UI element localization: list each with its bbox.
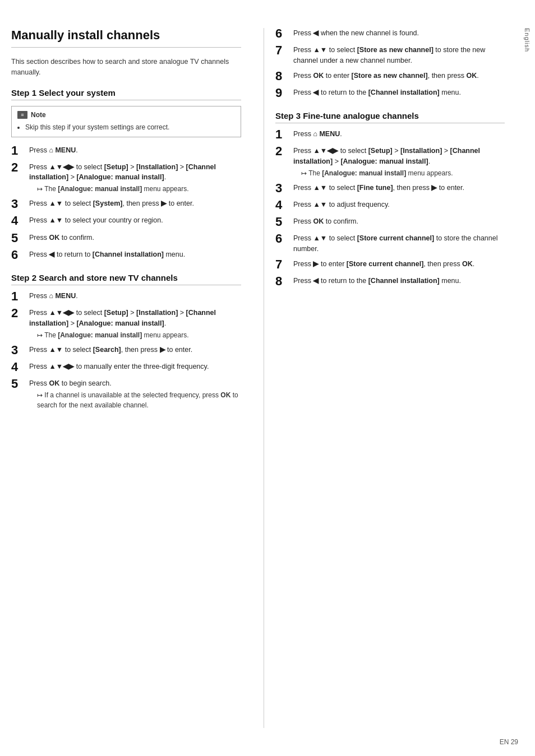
step2-text-3: Press ▲▼ to select [Search], then press … bbox=[29, 345, 241, 355]
step3-text-3: Press ▲▼ to select [Fine tune], then pre… bbox=[293, 183, 505, 193]
step2-num-2: 2 bbox=[11, 307, 29, 320]
step1-text-3: Press ▲▼ to select [System], then press … bbox=[29, 198, 241, 209]
step2-item-2: 2 Press ▲▼◀▶ to select [Setup] > [Instal… bbox=[11, 308, 241, 340]
note-box: ≡ Note Skip this step if your system set… bbox=[11, 106, 241, 137]
step2c-num-6: 6 bbox=[275, 27, 293, 40]
step3-num-7: 7 bbox=[275, 258, 293, 271]
step2c-num-8: 8 bbox=[275, 69, 293, 83]
step3-text-6: Press ▲▼ to select [Store current channe… bbox=[293, 233, 505, 254]
step2-item-4: 4 Press ▲▼◀▶ to manually enter the three… bbox=[11, 361, 241, 374]
step2-header: Step 2 Search and store new TV channels bbox=[11, 273, 241, 285]
step2c-text-7: Press ▲▼ to select [Store as new channel… bbox=[293, 45, 505, 66]
step2-continued-list: 6 Press ◀ when the new channel is found.… bbox=[275, 28, 505, 100]
step3-steps-list: 1 Press ⌂ MENU. 2 Press ▲▼◀▶ to select [… bbox=[275, 129, 505, 288]
step1-section: Step 1 Select your system ≡ Note Skip th… bbox=[11, 88, 241, 262]
step3-item-6: 6 Press ▲▼ to select [Store current chan… bbox=[275, 233, 505, 254]
step2-text-1: Press ⌂ MENU. bbox=[29, 291, 241, 302]
step1-text-6: Press ◀ to return to [Channel installati… bbox=[29, 249, 241, 260]
step2-continued-section: 6 Press ◀ when the new channel is found.… bbox=[275, 28, 505, 100]
step2c-item-9: 9 Press ◀ to return to the [Channel inst… bbox=[275, 87, 505, 100]
step3-section: Step 3 Fine-tune analogue channels 1 Pre… bbox=[275, 111, 505, 288]
intro-text: This section describes how to search and… bbox=[11, 57, 241, 78]
step3-item-1: 1 Press ⌂ MENU. bbox=[275, 129, 505, 141]
step2-text-2: Press ▲▼◀▶ to select [Setup] > [Installa… bbox=[29, 308, 241, 340]
step2-num-1: 1 bbox=[11, 290, 29, 303]
note-body: Skip this step if your system settings a… bbox=[17, 122, 235, 132]
step2-num-3: 3 bbox=[11, 344, 29, 357]
step2-item-1: 1 Press ⌂ MENU. bbox=[11, 291, 241, 303]
step3-text-5: Press OK to confirm. bbox=[293, 216, 505, 227]
step1-num-2: 2 bbox=[11, 161, 29, 174]
sidebar-language-label: English bbox=[519, 17, 535, 739]
step2c-item-8: 8 Press OK to enter [Store as new channe… bbox=[275, 71, 505, 83]
step2c-item-6: 6 Press ◀ when the new channel is found. bbox=[275, 28, 505, 40]
step3-num-8: 8 bbox=[275, 275, 293, 288]
step3-text-4: Press ▲▼ to adjust frequency. bbox=[293, 200, 505, 210]
step3-text-8: Press ◀ to return to the [Channel instal… bbox=[293, 276, 505, 286]
step2-steps-list: 1 Press ⌂ MENU. 2 Press ▲▼◀▶ to select [… bbox=[11, 291, 241, 410]
step3-num-5: 5 bbox=[275, 215, 293, 229]
step2-section: Step 2 Search and store new TV channels … bbox=[11, 273, 241, 410]
step1-num-3: 3 bbox=[11, 197, 29, 211]
step3-item-2: 2 Press ▲▼◀▶ to select [Setup] > [Instal… bbox=[275, 146, 505, 178]
step1-header: Step 1 Select your system bbox=[11, 88, 241, 100]
step1-num-4: 4 bbox=[11, 214, 29, 228]
step2c-num-9: 9 bbox=[275, 86, 293, 100]
step1-item-5: 5 Press OK to confirm. bbox=[11, 233, 241, 245]
step2-text-4: Press ▲▼◀▶ to manually enter the three-d… bbox=[29, 361, 241, 372]
note-icon: ≡ bbox=[17, 111, 27, 119]
step2-num-4: 4 bbox=[11, 360, 29, 374]
step1-num-6: 6 bbox=[11, 248, 29, 262]
step3-header: Step 3 Fine-tune analogue channels bbox=[275, 111, 505, 123]
step1-item-1: 1 Press ⌂ MENU. bbox=[11, 145, 241, 157]
step1-item-2: 2 Press ▲▼◀▶ to select [Setup] > [Instal… bbox=[11, 162, 241, 194]
step2-num-5: 5 bbox=[11, 377, 29, 391]
step3-item-5: 5 Press OK to confirm. bbox=[275, 216, 505, 229]
step1-num-5: 5 bbox=[11, 231, 29, 245]
step2-text-5: Press OK to begin search. If a channel i… bbox=[29, 378, 241, 410]
step1-text-1: Press ⌂ MENU. bbox=[29, 145, 241, 156]
step3-num-3: 3 bbox=[275, 182, 293, 195]
step2-item-3: 3 Press ▲▼ to select [Search], then pres… bbox=[11, 345, 241, 357]
step2c-text-6: Press ◀ when the new channel is found. bbox=[293, 28, 505, 39]
step1-item-3: 3 Press ▲▼ to select [System], then pres… bbox=[11, 198, 241, 211]
step1-steps-list: 1 Press ⌂ MENU. 2 Press ▲▼◀▶ to select [… bbox=[11, 145, 241, 262]
step3-num-4: 4 bbox=[275, 198, 293, 212]
step1-text-4: Press ▲▼ to select your country or regio… bbox=[29, 215, 241, 226]
step2c-text-9: Press ◀ to return to the [Channel instal… bbox=[293, 87, 505, 98]
step2-item-5: 5 Press OK to begin search. If a channel… bbox=[11, 378, 241, 410]
step2c-num-7: 7 bbox=[275, 44, 293, 57]
step3-text-1: Press ⌂ MENU. bbox=[293, 129, 505, 140]
step1-text-2: Press ▲▼◀▶ to select [Setup] > [Installa… bbox=[29, 162, 241, 194]
step3-text-7: Press ▶ to enter [Store current channel]… bbox=[293, 259, 505, 270]
step2c-item-7: 7 Press ▲▼ to select [Store as new chann… bbox=[275, 45, 505, 66]
note-title: Note bbox=[31, 111, 46, 119]
step1-item-4: 4 Press ▲▼ to select your country or reg… bbox=[11, 215, 241, 228]
step1-item-6: 6 Press ◀ to return to [Channel installa… bbox=[11, 249, 241, 262]
step3-item-8: 8 Press ◀ to return to the [Channel inst… bbox=[275, 276, 505, 288]
step3-num-6: 6 bbox=[275, 232, 293, 245]
page-title: Manually install channels bbox=[11, 28, 241, 48]
step3-text-2: Press ▲▼◀▶ to select [Setup] > [Installa… bbox=[293, 146, 505, 178]
step3-num-1: 1 bbox=[275, 128, 293, 141]
step3-num-2: 2 bbox=[275, 145, 293, 158]
step2c-text-8: Press OK to enter [Store as new channel]… bbox=[293, 71, 505, 81]
step3-item-7: 7 Press ▶ to enter [Store current channe… bbox=[275, 259, 505, 271]
step3-item-4: 4 Press ▲▼ to adjust frequency. bbox=[275, 200, 505, 212]
step3-item-3: 3 Press ▲▼ to select [Fine tune], then p… bbox=[275, 183, 505, 195]
step1-num-1: 1 bbox=[11, 144, 29, 157]
step1-text-5: Press OK to confirm. bbox=[29, 233, 241, 243]
page-footer: EN 29 bbox=[500, 738, 518, 746]
